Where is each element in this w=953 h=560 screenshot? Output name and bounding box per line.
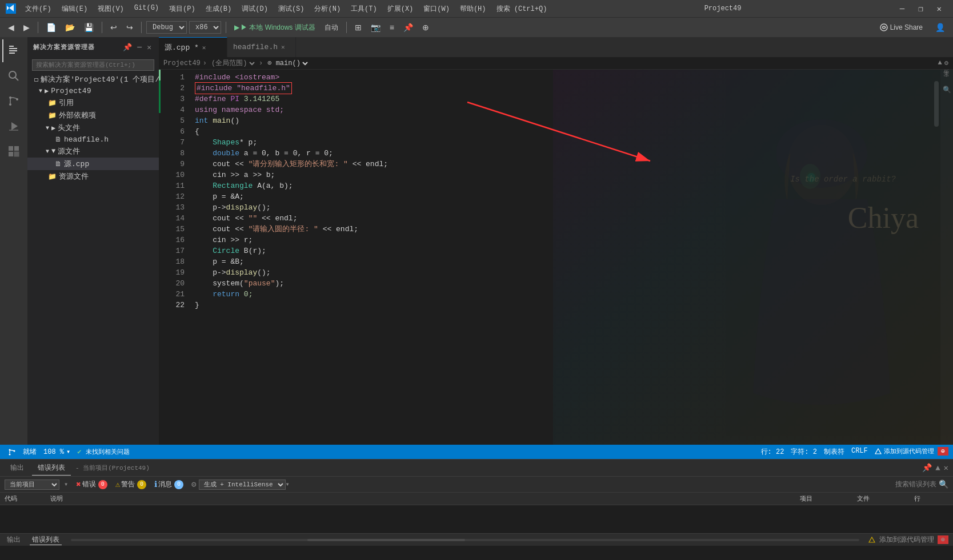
panel-tabs: 输出 错误列表 - 当前项目(Project49) 📌 ▲ ✕ xyxy=(0,460,953,477)
sidebar-tree-item[interactable]: 📁资源文件 xyxy=(27,170,159,183)
menu-item[interactable]: 编辑(E) xyxy=(57,3,93,15)
menu-item[interactable]: 窗口(W) xyxy=(419,3,454,15)
run-button[interactable]: ▶ ▶ 本地 Windows 调试器 xyxy=(231,21,319,34)
vs-logo xyxy=(6,3,16,14)
sidebar-tree-item[interactable]: 📁引用 xyxy=(27,96,159,109)
panel-close-icon[interactable]: ✕ xyxy=(944,463,948,473)
status-ready-label: 就绪 xyxy=(23,447,37,457)
open-button[interactable]: 📂 xyxy=(62,21,78,34)
breadcrumb-up-icon[interactable]: ▲ xyxy=(938,59,942,67)
status-git-branch[interactable] xyxy=(5,445,19,459)
toolbar-extra-1[interactable]: ⊞ xyxy=(351,21,365,34)
status-no-problems[interactable]: ✔ 未找到相关问题 xyxy=(74,445,133,459)
redo-button[interactable]: ↪ xyxy=(123,21,137,34)
status-ready[interactable]: 就绪 xyxy=(19,445,40,459)
sidebar-tree-item[interactable]: 📁外部依赖项 xyxy=(27,109,159,122)
toolbar-extra-3[interactable]: ≡ xyxy=(386,21,398,34)
panel-filter-select[interactable]: 当前项目 整个解决方案 xyxy=(5,480,59,490)
tab-close-icon[interactable]: ✕ xyxy=(202,44,206,51)
activity-search[interactable] xyxy=(2,65,25,87)
tabs-bar: 源.cpp *✕headfile.h✕ xyxy=(159,37,953,57)
status-zoom[interactable]: 108 % ▾ xyxy=(40,445,74,459)
menu-item[interactable]: 项目(P) xyxy=(165,3,200,15)
breadcrumb-right-actions: ▲ ⚙ xyxy=(938,59,948,67)
source-control-label[interactable]: 添加到源代码管理 xyxy=(868,535,934,545)
menu-item[interactable]: Git(G) xyxy=(130,3,163,15)
menu-item[interactable]: 搜索 (Ctrl+Q) xyxy=(492,3,552,15)
breadcrumb-project[interactable]: Project49 xyxy=(163,59,201,67)
menu-item[interactable]: 调试(D) xyxy=(237,3,273,15)
close-button[interactable]: ✕ xyxy=(931,2,947,16)
tree-chevron: ▼ xyxy=(39,88,42,94)
breadcrumb-fn-select[interactable]: ⊙ main() xyxy=(265,59,310,68)
maximize-button[interactable]: ❐ xyxy=(912,2,928,16)
menu-item[interactable]: 测试(S) xyxy=(274,3,309,15)
sidebar-tree-item[interactable]: 🗎headfile.h xyxy=(27,134,159,145)
sidebar-tree-item[interactable]: ▼▶Project49 xyxy=(27,86,159,96)
breadcrumb-settings-icon[interactable]: ⚙ xyxy=(944,59,948,67)
minimize-button[interactable]: — xyxy=(894,2,910,15)
sidebar-tree-item[interactable]: ▼▼源文件 xyxy=(27,145,159,158)
back-button[interactable]: ◀ xyxy=(5,21,18,34)
panel-tab-errors[interactable]: 错误列表 xyxy=(32,461,71,476)
status-line[interactable]: 行: 22 xyxy=(758,447,788,457)
new-file-button[interactable]: 📄 xyxy=(43,21,59,34)
sidebar-collapse-icon[interactable]: — xyxy=(136,42,143,53)
editor-tab[interactable]: 源.cpp *✕ xyxy=(159,37,227,57)
activity-run[interactable] xyxy=(2,115,25,138)
output-tab-errors[interactable]: 错误列表 xyxy=(30,535,62,545)
arch-select[interactable]: x86 xyxy=(189,21,221,34)
live-share-button[interactable]: Live Share xyxy=(875,22,927,33)
sidebar-tree-item[interactable]: ▼▶头文件 xyxy=(27,122,159,134)
menu-item[interactable]: 扩展(X) xyxy=(383,3,418,15)
right-icon-5[interactable]: 🔍 xyxy=(943,86,951,94)
sidebar-close-icon[interactable]: ✕ xyxy=(146,42,153,53)
error-circle-status[interactable]: ⊕ xyxy=(938,535,948,544)
debug-config-select[interactable]: Debug xyxy=(146,21,187,34)
sidebar-search-input[interactable] xyxy=(32,59,154,71)
panel-expand-icon[interactable]: ▲ xyxy=(935,464,940,473)
status-tab[interactable]: 制表符 xyxy=(820,447,848,457)
editor-area: 源.cpp *✕headfile.h✕ Project49 › (全局范围) ›… xyxy=(159,37,953,445)
menu-item[interactable]: 文件(F) xyxy=(21,3,56,15)
toolbar-extra-5[interactable]: ⊕ xyxy=(419,21,433,34)
breadcrumb-scope-select[interactable]: (全局范围) xyxy=(209,59,257,68)
status-no-problems-label: 未找到相关问题 xyxy=(86,448,130,456)
forward-button[interactable]: ▶ xyxy=(20,21,33,34)
menu-item[interactable]: 视图(V) xyxy=(93,3,129,15)
h-scrollbar-thumb[interactable] xyxy=(307,539,465,541)
activity-git[interactable] xyxy=(2,90,25,112)
sidebar-tree-item[interactable]: ◻解决方案'Project49'(1 个项目/... xyxy=(27,73,159,86)
account-button[interactable]: 👤 xyxy=(932,21,948,34)
tab-close-icon[interactable]: ✕ xyxy=(281,43,285,51)
activity-explorer[interactable] xyxy=(2,39,25,62)
status-error-circle[interactable]: ⊕ xyxy=(938,447,948,456)
auto-button[interactable]: 自动 xyxy=(321,21,342,34)
scrollbar-right[interactable] xyxy=(932,70,940,445)
status-source-control[interactable]: 添加到源代码管理 xyxy=(871,447,938,456)
build-filter-select[interactable]: 生成 + IntelliSense xyxy=(199,480,286,490)
code-token: system( xyxy=(195,278,244,289)
menu-item[interactable]: 生成(B) xyxy=(201,3,237,15)
editor-tab[interactable]: headfile.h✕ xyxy=(227,37,296,57)
save-button[interactable]: 💾 xyxy=(81,21,97,34)
sidebar-pin-icon[interactable]: 📌 xyxy=(122,42,134,53)
build-filter-chevron: ▾ xyxy=(286,480,290,489)
panel-pin-icon[interactable]: 📌 xyxy=(922,463,932,473)
activity-extensions[interactable] xyxy=(2,140,25,163)
output-tab-output[interactable]: 输出 xyxy=(5,535,23,545)
toolbar-extra-4[interactable]: 📌 xyxy=(400,21,417,34)
undo-button[interactable]: ↩ xyxy=(107,21,121,34)
code-content[interactable]: #include <iostream>#include "headfile.h"… xyxy=(190,70,932,445)
line-number: 3 xyxy=(162,94,185,104)
status-char[interactable]: 字符: 2 xyxy=(787,447,820,457)
menu-item[interactable]: 分析(N) xyxy=(310,3,345,15)
sidebar-tree-item[interactable]: 🗎源.cpp xyxy=(27,158,159,170)
toolbar-extra-2[interactable]: 📷 xyxy=(367,21,384,34)
menu-item[interactable]: 工具(T) xyxy=(346,3,382,15)
panel-tab-output[interactable]: 输出 xyxy=(5,461,30,475)
tree-item-icon: 🗎 xyxy=(55,160,62,168)
scrollbar-thumb[interactable] xyxy=(934,81,939,127)
menu-item[interactable]: 帮助(H) xyxy=(455,3,491,15)
status-crlf[interactable]: CRLF xyxy=(848,447,871,455)
